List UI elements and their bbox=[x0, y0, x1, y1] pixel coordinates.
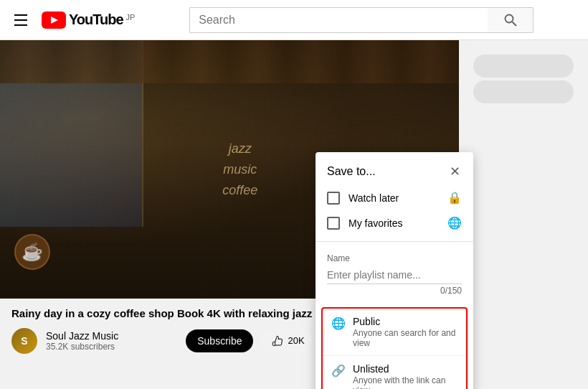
search-input[interactable] bbox=[189, 7, 488, 33]
search-bar bbox=[189, 7, 534, 33]
unlisted-icon: 🔗 bbox=[331, 364, 346, 378]
popup-divider bbox=[316, 241, 473, 242]
watch-later-item[interactable]: Watch later 🔒 bbox=[316, 185, 473, 210]
svg-line-3 bbox=[512, 22, 516, 26]
logo[interactable]: YouTube JP bbox=[42, 11, 135, 29]
youtube-logo-icon bbox=[42, 11, 66, 29]
sidebar-pill-2 bbox=[473, 80, 574, 103]
logo-text: YouTube bbox=[69, 11, 123, 28]
unlisted-name: Unlisted bbox=[353, 363, 457, 375]
header-left: YouTube JP bbox=[11, 11, 135, 29]
public-icon: 🌐 bbox=[331, 317, 346, 330]
country-label: JP bbox=[126, 13, 136, 22]
hamburger-menu[interactable] bbox=[11, 11, 30, 29]
popup-close-button[interactable]: ✕ bbox=[448, 164, 462, 179]
main-content: jazz music coffee ☕ Rainy day in a cozy … bbox=[0, 40, 588, 389]
save-to-popup: Save to... ✕ Watch later 🔒 My favorites … bbox=[316, 152, 473, 389]
search-button[interactable] bbox=[488, 7, 534, 33]
my-favorites-label: My favorites bbox=[348, 217, 439, 229]
sidebar-pill-1 bbox=[473, 55, 574, 78]
search-icon bbox=[503, 13, 518, 27]
name-section: Name 0/150 bbox=[316, 248, 473, 301]
privacy-option-unlisted[interactable]: 🔗 Unlisted Anyone with the link can view bbox=[323, 355, 466, 389]
char-count: 0/150 bbox=[327, 286, 462, 296]
name-label: Name bbox=[327, 253, 462, 263]
privacy-dropdown: 🌐 Public Anyone can search for and view … bbox=[321, 307, 468, 389]
watch-later-privacy-icon: 🔒 bbox=[447, 191, 462, 205]
content-area: jazz music coffee ☕ Rainy day in a cozy … bbox=[0, 40, 459, 389]
popup-overlay: Save to... ✕ Watch later 🔒 My favorites … bbox=[0, 80, 459, 389]
popup-title: Save to... bbox=[327, 165, 376, 178]
my-favorites-item[interactable]: My favorites 🌐 bbox=[316, 210, 473, 235]
right-sidebar bbox=[459, 46, 588, 389]
watch-later-label: Watch later bbox=[348, 192, 439, 204]
header: YouTube JP bbox=[0, 0, 588, 40]
public-text: Public Anyone can search for and view bbox=[353, 316, 457, 348]
popup-header: Save to... ✕ bbox=[316, 152, 473, 185]
my-favorites-checkbox[interactable] bbox=[327, 217, 340, 230]
unlisted-text: Unlisted Anyone with the link can view bbox=[353, 363, 457, 389]
public-desc: Anyone can search for and view bbox=[353, 328, 457, 348]
public-name: Public bbox=[353, 316, 457, 327]
svg-point-2 bbox=[505, 14, 513, 22]
watch-later-checkbox[interactable] bbox=[327, 192, 340, 205]
privacy-option-public[interactable]: 🌐 Public Anyone can search for and view bbox=[323, 309, 466, 355]
playlist-name-input[interactable] bbox=[327, 266, 462, 284]
my-favorites-privacy-icon: 🌐 bbox=[447, 216, 462, 230]
unlisted-desc: Anyone with the link can view bbox=[353, 375, 457, 389]
